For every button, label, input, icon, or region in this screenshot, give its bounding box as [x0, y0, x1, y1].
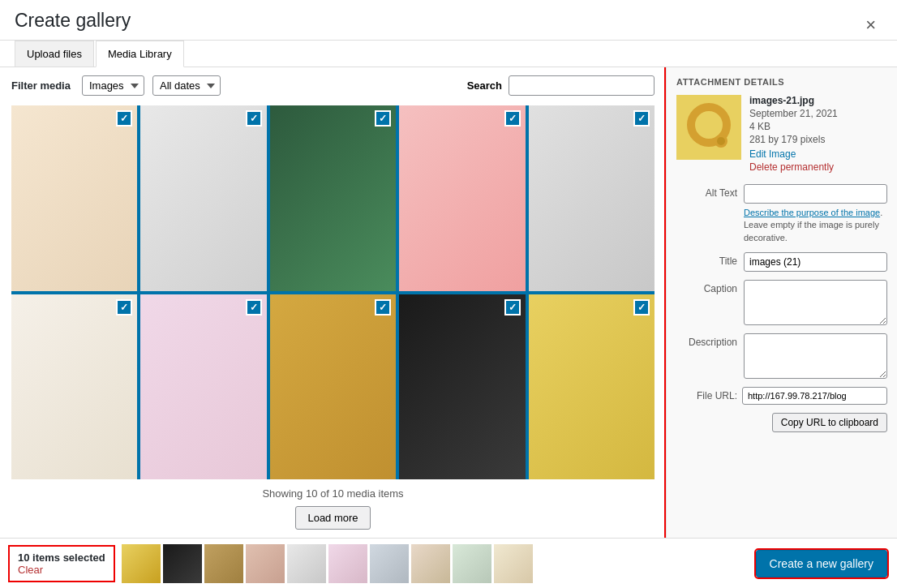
media-item[interactable] [140, 105, 266, 291]
strip-thumb[interactable] [370, 544, 409, 583]
attachment-details-panel: ATTACHMENT DETAILS images-21.jpg Septemb… [666, 67, 897, 538]
alt-text-row: Alt Text Describe the purpose of the ima… [676, 184, 887, 244]
selection-check [116, 110, 132, 127]
selection-check [375, 299, 391, 315]
media-item[interactable] [270, 105, 396, 291]
title-row: Title [676, 252, 887, 272]
description-input[interactable] [744, 333, 887, 379]
strip-thumb[interactable] [453, 544, 491, 583]
media-thumbnail [529, 105, 655, 291]
selection-check [375, 110, 391, 127]
alt-text-hint-link[interactable]: Describe the purpose of the image [744, 208, 880, 217]
strip-thumb[interactable] [122, 544, 161, 583]
filter-type-select[interactable]: Images [82, 75, 144, 96]
search-input[interactable] [509, 75, 655, 96]
filter-date-select[interactable]: All dates [152, 75, 221, 96]
alt-text-hint: Describe the purpose of the image. Leave… [744, 207, 887, 244]
description-field: Description [676, 333, 887, 379]
media-item[interactable] [140, 294, 266, 480]
media-thumbnail [140, 294, 266, 480]
caption-field: Caption [676, 280, 887, 325]
description-label: Description [676, 333, 737, 348]
load-more-button[interactable]: Load more [295, 506, 370, 530]
strip-thumb[interactable] [163, 544, 202, 583]
attachment-size: 4 KB [749, 121, 838, 132]
bottom-bar: 10 items selected Clear Create a new gal… [0, 538, 897, 588]
strip-thumb[interactable] [494, 544, 533, 583]
filter-row: Filter media Images All dates Search [11, 75, 655, 96]
file-url-row: File URL: [676, 387, 887, 405]
media-item[interactable] [11, 105, 137, 291]
tab-upload-files[interactable]: Upload files [15, 41, 94, 67]
clear-selection-link[interactable]: Clear [18, 564, 105, 576]
create-gallery-modal: Create gallery × Upload files Media Libr… [0, 0, 897, 588]
media-item-active[interactable] [529, 294, 655, 480]
search-label: Search [467, 79, 502, 92]
caption-label: Caption [676, 280, 737, 294]
caption-row: Caption [676, 280, 887, 325]
svg-point-2 [717, 137, 725, 145]
selection-check [504, 299, 521, 315]
attachment-thumbnail [676, 95, 741, 160]
delete-permanently-link[interactable]: Delete permanently [749, 161, 834, 173]
strip-thumb[interactable] [246, 544, 285, 583]
title-field: Title [676, 252, 887, 272]
strip-thumb[interactable] [328, 544, 367, 583]
description-row: Description [676, 333, 887, 379]
tab-bar: Upload files Media Library [0, 41, 897, 67]
create-new-gallery-button[interactable]: Create a new gallery [756, 550, 887, 577]
alt-text-container: Describe the purpose of the image. Leave… [744, 184, 887, 244]
thumbnail-strip [122, 544, 748, 583]
media-item[interactable] [529, 105, 655, 291]
media-thumbnail [140, 105, 266, 291]
media-thumbnail [399, 105, 525, 291]
media-thumbnail [270, 294, 396, 480]
title-label: Title [676, 252, 737, 267]
media-item[interactable] [270, 294, 396, 480]
alt-text-label: Alt Text [676, 184, 737, 199]
media-thumbnail [11, 294, 137, 480]
attachment-dimensions: 281 by 179 pixels [749, 134, 838, 145]
strip-thumb[interactable] [287, 544, 326, 583]
title-input[interactable] [744, 252, 887, 272]
selection-check [633, 110, 650, 127]
ring-icon [680, 99, 737, 156]
tab-media-library[interactable]: Media Library [96, 41, 184, 67]
alt-text-field: Alt Text Describe the purpose of the ima… [676, 184, 887, 244]
file-url-label: File URL: [676, 390, 737, 401]
media-thumbnail [529, 294, 655, 480]
media-thumbnail [270, 105, 396, 291]
filter-label: Filter media [11, 79, 71, 92]
main-content: Filter media Images All dates Search [0, 67, 897, 538]
attachment-details-title: ATTACHMENT DETAILS [676, 77, 887, 87]
strip-thumb[interactable] [411, 544, 450, 583]
caption-input[interactable] [744, 280, 887, 325]
modal-header: Create gallery × [0, 0, 897, 41]
media-item[interactable] [399, 105, 525, 291]
attachment-preview: images-21.jpg September 21, 2021 4 KB 28… [676, 95, 887, 173]
attachment-filename: images-21.jpg [749, 95, 838, 106]
selected-info: 10 items selected Clear [10, 547, 114, 581]
media-panel: Filter media Images All dates Search [0, 67, 666, 538]
close-button[interactable]: × [859, 13, 882, 37]
selection-check [246, 110, 262, 127]
showing-text: Showing 10 of 10 media items [11, 487, 655, 500]
media-thumbnail [399, 294, 525, 480]
selection-check [116, 299, 132, 315]
edit-image-link[interactable]: Edit Image [749, 148, 838, 160]
search-container: Search [467, 75, 655, 96]
attachment-date: September 21, 2021 [749, 108, 838, 119]
file-url-input[interactable] [742, 387, 887, 405]
media-item[interactable] [399, 294, 525, 480]
selected-count: 10 items selected [18, 552, 105, 564]
media-thumbnail [11, 105, 137, 291]
modal-title: Create gallery [15, 10, 131, 40]
attachment-meta: images-21.jpg September 21, 2021 4 KB 28… [749, 95, 838, 173]
copy-url-button[interactable]: Copy URL to clipboard [772, 413, 887, 432]
strip-thumb[interactable] [204, 544, 243, 583]
media-item[interactable] [11, 294, 137, 480]
selection-check [246, 299, 262, 315]
selection-check [504, 110, 521, 127]
copy-url-container: Copy URL to clipboard [676, 413, 887, 432]
alt-text-input[interactable] [744, 184, 887, 204]
